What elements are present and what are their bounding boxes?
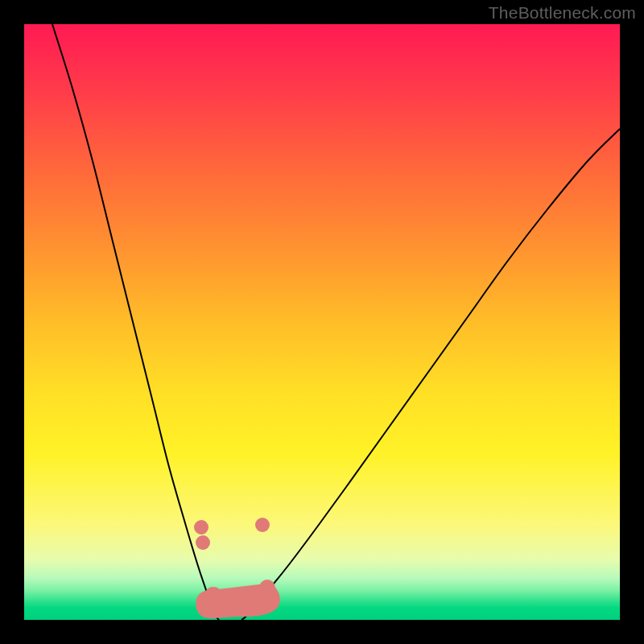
marker-dot xyxy=(194,520,208,535)
marker-dot xyxy=(204,587,222,605)
marker-dot xyxy=(223,597,241,614)
left-bottleneck-curve xyxy=(52,24,219,620)
marker-dot xyxy=(259,580,275,596)
marker-dot xyxy=(196,535,210,550)
watermark-text: TheBottleneck.com xyxy=(489,3,636,23)
chart-svg xyxy=(24,24,620,620)
marker-dot xyxy=(245,592,262,609)
marker-group xyxy=(194,518,280,618)
right-bottleneck-curve xyxy=(242,129,620,620)
chart-plot-area xyxy=(24,24,620,620)
marker-dot xyxy=(255,518,270,532)
